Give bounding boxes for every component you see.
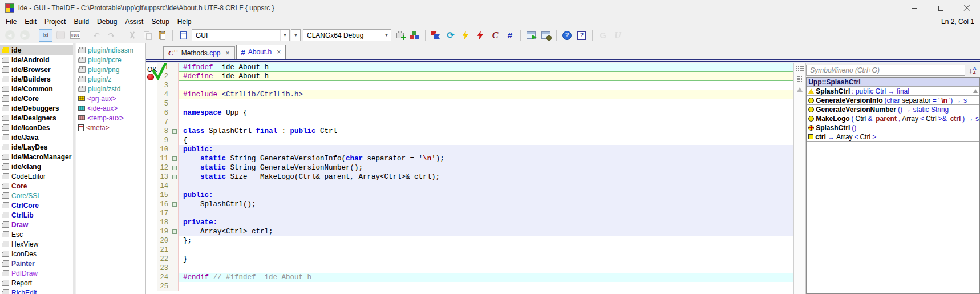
package-item[interactable]: ide/MacroManager [0,152,73,162]
code-text[interactable]: class SplashCtrl final : public Ctrl [178,127,793,136]
gutter-marks[interactable] [146,136,157,145]
menu-item-assist[interactable]: Assist [121,17,147,27]
code-text[interactable]: public: [178,191,793,200]
add-package-button[interactable] [393,29,407,42]
splitter-grip-icon[interactable] [796,66,804,71]
file-sync-button[interactable] [429,29,443,42]
symbol-row[interactable]: Upp::SplashCtrl [807,78,979,87]
file-item[interactable]: plugin/png [76,65,145,74]
gutter-marks[interactable] [146,245,157,255]
package-item[interactable]: Core/SSL [0,191,73,200]
fold-marker-icon[interactable] [172,229,177,234]
fold-column[interactable] [171,90,178,99]
paste-button[interactable] [155,29,169,42]
cut-button[interactable] [125,29,139,42]
fold-column[interactable] [171,136,178,145]
gutter-marks[interactable] [146,90,157,99]
gutter-marks[interactable] [146,163,157,172]
fold-column[interactable] [171,282,178,291]
code-text[interactable] [178,81,793,90]
gutter-marks[interactable] [146,273,157,282]
fold-column[interactable] [171,227,178,236]
package-item[interactable]: ide/Core [0,94,73,103]
chevron-down-icon[interactable]: ▼ [280,30,289,41]
gutter-marks[interactable] [146,182,157,191]
gutter-marks[interactable] [146,236,157,245]
fold-column[interactable] [171,191,178,200]
gutter-marks[interactable] [146,264,157,273]
package-item[interactable]: ide [0,45,73,55]
line-number[interactable]: 11 [157,154,171,163]
fold-marker-icon[interactable] [172,129,177,134]
gutter-marks[interactable] [146,200,157,209]
fold-column[interactable] [171,255,178,264]
menu-item-file[interactable]: File [2,17,21,27]
gutter-marks[interactable] [146,99,157,108]
fold-column[interactable] [171,154,178,163]
tab-close-icon[interactable]: × [226,49,230,57]
code-text[interactable]: #endif // #ifndef _ide_About_h_ [178,273,793,282]
package-item[interactable]: HexView [0,239,73,249]
line-number[interactable]: 21 [157,245,171,255]
package-item[interactable]: PdfDraw [0,268,73,278]
line-number[interactable]: 6 [157,108,171,118]
code-text[interactable] [178,99,793,108]
package-item[interactable]: CodeEditor [0,171,73,181]
line-number[interactable]: 4 [157,90,171,99]
splitter-grip-vertical-icon[interactable] [797,76,802,82]
file-item[interactable]: <prj-aux> [76,94,145,103]
fold-column[interactable] [171,118,178,127]
designer-view-button[interactable] [54,29,67,42]
context-help-button[interactable]: ? [575,29,589,42]
code-text[interactable]: } [178,255,793,264]
fold-column[interactable] [171,145,178,154]
fold-column[interactable] [171,273,178,282]
package-item[interactable]: CtrlLib [0,210,73,220]
sort-alphabetical-button[interactable]: ↓ A Z [965,65,980,76]
fold-marker-icon[interactable] [172,166,177,170]
menu-item-build[interactable]: Build [70,17,93,27]
fold-column[interactable] [171,200,178,209]
package-item[interactable]: ide/clang [0,162,73,171]
package-item[interactable]: CtrlCore [0,200,73,210]
file-item[interactable]: plugin/pcre [76,55,145,65]
fold-column[interactable] [171,236,178,245]
fold-marker-icon[interactable] [172,202,177,207]
code-text[interactable] [178,118,793,127]
fold-column[interactable] [171,72,178,81]
gdb-console-button[interactable]: G [596,29,610,42]
maximize-button[interactable] [928,0,954,16]
package-item[interactable]: Esc [0,229,73,239]
close-button[interactable] [954,0,980,16]
package-item[interactable]: ide/Android [0,55,73,65]
symbol-row[interactable]: SplashCtrl : public Ctrl → final [807,87,979,96]
minimize-button[interactable] [901,0,928,16]
package-item[interactable]: ide/Java [0,132,73,142]
recent-packages-dropdown[interactable]: ▼ [291,29,301,41]
tab-about-h[interactable]: #About.h× [236,45,286,59]
code-text[interactable]: static String GenerateVersionNumber(); [178,163,793,172]
main-package-combo[interactable]: GUI▼ [192,29,290,41]
line-number[interactable]: 24 [157,273,171,282]
build-project-button[interactable] [459,29,472,42]
file-item[interactable]: plugin/ndisasm [76,45,145,55]
gutter-marks[interactable] [146,108,157,118]
show-assembly-button[interactable]: # [503,29,517,42]
upp-web-button[interactable]: U [611,29,625,42]
rebuild-all-button[interactable] [473,29,487,42]
edit-as-text-button[interactable]: txt [39,29,52,42]
scroll-up-icon[interactable] [973,89,978,93]
package-item[interactable]: ide/IconDes [0,123,73,132]
line-number[interactable]: 5 [157,99,171,108]
help-topics-button[interactable]: ? [560,29,574,42]
symbol-search-input[interactable]: Symbol/lineno (Ctrl+G) [806,65,965,76]
line-number[interactable]: 10 [157,145,171,154]
package-organizer-button[interactable] [408,29,422,42]
line-number[interactable]: 17 [157,209,171,218]
symbol-row[interactable]: GenerateVersionNumber() → static String [807,105,979,114]
symbol-row[interactable]: SplashCtrl() [807,123,979,132]
fold-marker-icon[interactable] [172,156,177,161]
debug-program-button[interactable] [539,29,553,42]
menu-item-project[interactable]: Project [41,17,70,27]
symbol-row[interactable]: ctrl → Array<Ctrl> [807,132,979,142]
